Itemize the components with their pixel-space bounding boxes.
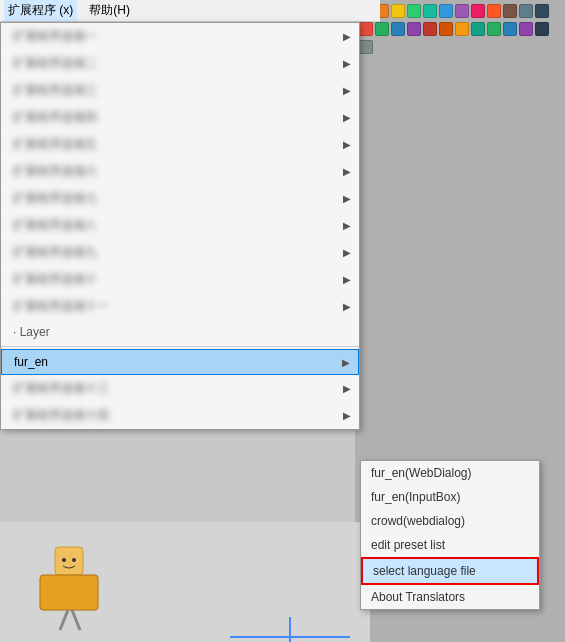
svg-rect-0: [55, 547, 83, 575]
color-swatch[interactable]: [535, 4, 549, 18]
color-swatch[interactable]: [519, 22, 533, 36]
dropdown-item[interactable]: · Layer: [1, 320, 359, 344]
menubar: 扩展程序 (x) 帮助(H): [0, 0, 380, 22]
color-swatch[interactable]: [519, 4, 533, 18]
color-swatch[interactable]: [455, 4, 469, 18]
submenu-arrow-icon: ▶: [343, 301, 351, 312]
submenu-item[interactable]: fur_en(InputBox): [361, 485, 539, 509]
color-swatch[interactable]: [471, 22, 485, 36]
color-swatch[interactable]: [455, 22, 469, 36]
svg-point-5: [72, 558, 76, 562]
character-drawing: [30, 542, 110, 632]
dropdown-item[interactable]: 扩展程序选项十四▶: [1, 402, 359, 429]
submenu-item[interactable]: fur_en(WebDialog): [361, 461, 539, 485]
color-swatch[interactable]: [471, 4, 485, 18]
submenu-item[interactable]: About Translators: [361, 585, 539, 609]
extensions-menu[interactable]: 扩展程序 (x): [4, 0, 77, 21]
dropdown-item[interactable]: 扩展程序选项十一▶: [1, 293, 359, 320]
svg-line-2: [60, 610, 68, 630]
color-swatch[interactable]: [407, 22, 421, 36]
color-swatch[interactable]: [359, 22, 373, 36]
color-swatch[interactable]: [439, 4, 453, 18]
dropdown-item[interactable]: 扩展程序选项三▶: [1, 77, 359, 104]
svg-point-4: [62, 558, 66, 562]
submenu-item[interactable]: select language file: [361, 557, 539, 585]
svg-rect-1: [40, 575, 98, 610]
submenu-arrow-icon: ▶: [343, 220, 351, 231]
dropdown-item[interactable]: 扩展程序选项十▶: [1, 266, 359, 293]
svg-line-3: [72, 610, 80, 630]
color-palette: [355, 0, 565, 60]
dropdown-item[interactable]: fur_en▶: [1, 349, 359, 375]
submenu-arrow-icon: ▶: [343, 247, 351, 258]
menu-divider: [1, 346, 359, 347]
dropdown-item[interactable]: 扩展程序选项四▶: [1, 104, 359, 131]
submenu-arrow-icon: ▶: [343, 112, 351, 123]
submenu-arrow-icon: ▶: [343, 410, 351, 421]
color-swatch[interactable]: [487, 22, 501, 36]
color-swatch[interactable]: [407, 4, 421, 18]
submenu-arrow-icon: ▶: [343, 139, 351, 150]
submenu-arrow-icon: ▶: [343, 383, 351, 394]
color-swatch[interactable]: [503, 4, 517, 18]
submenu-arrow-icon: ▶: [343, 166, 351, 177]
dropdown-item[interactable]: 扩展程序选项一▶: [1, 23, 359, 50]
submenu-arrow-icon: ▶: [343, 31, 351, 42]
submenu-arrow-icon: ▶: [343, 85, 351, 96]
submenu-arrow-icon: ▶: [343, 274, 351, 285]
dropdown-item[interactable]: 扩展程序选项六▶: [1, 158, 359, 185]
color-swatch[interactable]: [391, 22, 405, 36]
dropdown-item[interactable]: 扩展程序选项九▶: [1, 239, 359, 266]
canvas-bottom: [0, 522, 370, 642]
submenu-item[interactable]: crowd(webdialog): [361, 509, 539, 533]
dropdown-item[interactable]: 扩展程序选项八▶: [1, 212, 359, 239]
dropdown-item[interactable]: 扩展程序选项七▶: [1, 185, 359, 212]
submenu-arrow-icon: ▶: [342, 357, 350, 368]
color-swatch[interactable]: [503, 22, 517, 36]
color-swatch[interactable]: [359, 40, 373, 54]
color-swatch[interactable]: [375, 22, 389, 36]
submenu-arrow-icon: ▶: [343, 58, 351, 69]
submenu-arrow-icon: ▶: [343, 193, 351, 204]
color-swatch[interactable]: [535, 22, 549, 36]
help-menu[interactable]: 帮助(H): [85, 0, 134, 21]
dropdown-item[interactable]: 扩展程序选项十三▶: [1, 375, 359, 402]
dropdown-item[interactable]: 扩展程序选项二▶: [1, 50, 359, 77]
dropdown-item[interactable]: 扩展程序选项五▶: [1, 131, 359, 158]
color-swatch[interactable]: [423, 22, 437, 36]
color-swatch[interactable]: [423, 4, 437, 18]
submenu-item[interactable]: edit preset list: [361, 533, 539, 557]
color-swatch[interactable]: [439, 22, 453, 36]
bottom-decoration: [230, 612, 350, 642]
fur-en-submenu: fur_en(WebDialog)fur_en(InputBox)crowd(w…: [360, 460, 540, 610]
extensions-dropdown: 扩展程序选项一▶扩展程序选项二▶扩展程序选项三▶扩展程序选项四▶扩展程序选项五▶…: [0, 22, 360, 430]
color-swatch[interactable]: [487, 4, 501, 18]
color-swatch[interactable]: [391, 4, 405, 18]
